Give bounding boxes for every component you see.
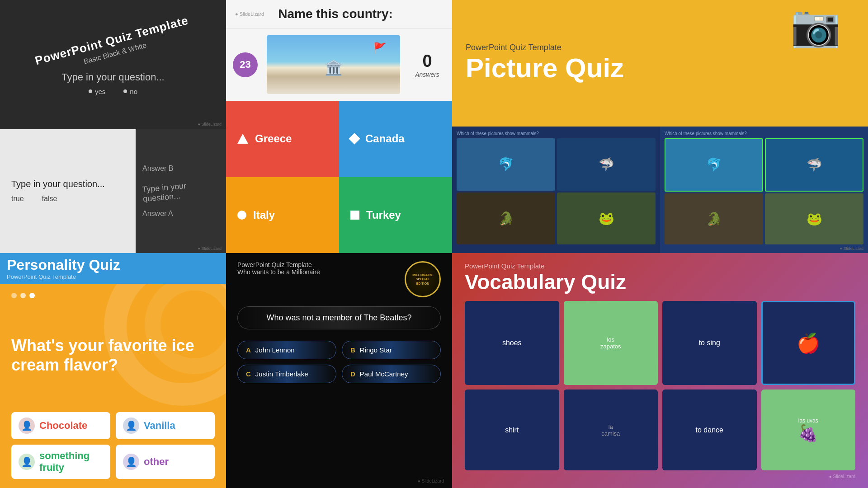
answers-label: Answers (415, 71, 439, 78)
answer-italy[interactable]: Italy (226, 177, 339, 253)
answers-count: 0 (422, 52, 432, 71)
vocab-card-shoes[interactable]: shoes (465, 301, 559, 385)
false-option: false (42, 195, 57, 203)
millionaire-logo: MILLIONAIRESPECIALEDITION (405, 261, 441, 297)
option-no: no (130, 88, 137, 95)
cell-black-white: PowerPoint Quiz Template Basic Black & W… (0, 0, 226, 253)
vocab-card-apple[interactable]: 🍎 (761, 301, 856, 385)
question-counter: 23 (233, 52, 258, 77)
answer-turkey[interactable]: Turkey (339, 177, 452, 253)
vocab-card-camisa[interactable]: lacamisa (564, 389, 658, 470)
personality-title: Personality Quiz (7, 257, 219, 273)
m-answer-b[interactable]: B Ringo Star (342, 341, 441, 359)
option-chocolate[interactable]: 👤 Chocolate (11, 412, 110, 439)
picture-title: Picture Quiz (466, 52, 624, 84)
answer-greece[interactable]: Greece (226, 101, 339, 177)
vocab-card-shirt[interactable]: shirt (465, 389, 559, 470)
badge-3: ● SlideLizard (840, 246, 863, 251)
millionaire-label: PowerPoint Quiz Template (237, 261, 320, 268)
cell-picture-quiz: PowerPoint Quiz Template Picture Quiz 📷 … (452, 0, 868, 253)
bw-question: Type in your question... (61, 71, 164, 83)
badge-1b: ● SlideLizard (198, 246, 222, 251)
true-option: true (11, 195, 24, 203)
vocab-card-zapatos[interactable]: loszapatos (564, 301, 658, 385)
m-answer-a[interactable]: A John Lennon (237, 341, 336, 359)
country-image: 🏛️ 🚩 (267, 35, 400, 94)
badge-1: ● SlideLizard (198, 122, 222, 127)
millionaire-question: Who was not a member of The Beatles? (237, 306, 441, 329)
picture-label: PowerPoint Quiz Template (466, 43, 624, 52)
camera-icon: 📷 (790, 2, 841, 50)
vocab-card-dance[interactable]: to dance (662, 389, 757, 470)
mammals-panel-1: Which of these pictures show mammals? 🐬 … (452, 127, 660, 253)
option-yes: yes (95, 88, 105, 95)
vocab-title: Vocabulary Quiz (465, 270, 855, 294)
country-title: Name this country: (278, 7, 393, 21)
millionaire-section: PowerPoint Quiz Template Who wants to be… (226, 253, 452, 488)
vocab-card-sing[interactable]: to sing (662, 301, 757, 385)
m-answer-c[interactable]: C Justin Timberlake (237, 365, 336, 383)
vocab-badge: ● SlideLizard (465, 474, 855, 479)
vocab-label: PowerPoint Quiz Template (465, 262, 855, 270)
cell-country-quiz: ● SlideLizard Name this country: 23 🏛️ 🚩… (226, 0, 452, 253)
option-other[interactable]: 👤 other (116, 445, 215, 479)
mammals-panel-2: Which of these pictures show mammals? 🐬 … (660, 127, 868, 253)
personality-question: What's your favorite ice cream flavor? (11, 336, 215, 375)
option-fruity[interactable]: 👤 something fruity (11, 445, 110, 479)
m-answer-d[interactable]: D Paul McCartney (342, 365, 441, 383)
millionaire-subtitle: Who wants to be a Millionaire (237, 268, 320, 276)
type-question-overlay: Type in your question... (142, 178, 220, 204)
answer-b: Answer B (142, 164, 219, 173)
answer-a: Answer A (142, 210, 219, 218)
millionaire-badge: ● SlideLizard (418, 479, 444, 483)
personality-subtitle: PowerPoint Quiz Template (7, 273, 219, 280)
option-vanilla[interactable]: 👤 Vanilla (116, 412, 215, 439)
personality-quiz-section: Personality Quiz PowerPoint Quiz Templat… (0, 253, 226, 488)
answer-canada[interactable]: Canada (339, 101, 452, 177)
vocabulary-quiz-section: PowerPoint Quiz Template Vocabulary Quiz… (452, 253, 868, 488)
vocab-card-grapes[interactable]: las uvas 🍇 (761, 389, 856, 470)
